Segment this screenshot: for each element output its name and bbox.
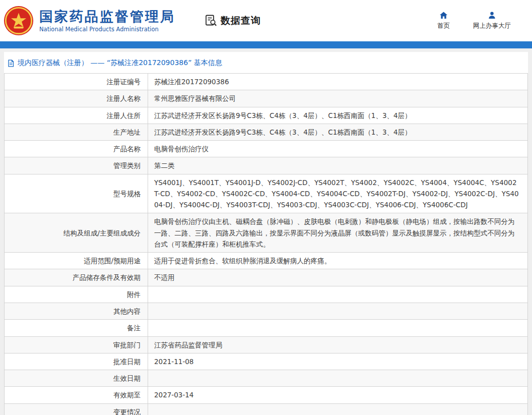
- document-icon: [7, 60, 15, 67]
- row-label: 有效期至: [5, 387, 148, 403]
- data-query-label: 数据查询: [221, 14, 261, 27]
- row-label: 批准日期: [5, 353, 148, 370]
- nav-home[interactable]: 首页: [437, 11, 450, 30]
- row-value: 江苏武进经济开发区长扬路9号C3栋、C4栋（3、4层）、C1栋西南面（1、3、4…: [148, 124, 528, 140]
- table-row: 注册证编号 苏械注准20172090386: [5, 74, 528, 90]
- home-icon: [439, 11, 448, 20]
- org-name-en: National Medical Products Administration: [39, 26, 175, 33]
- site-header: 国家药品监督管理局 National Medical Products Admi…: [0, 0, 532, 41]
- national-emblem-icon: [3, 5, 34, 36]
- row-value: 适用于促进骨折愈合、软组织肿胀消退及缓解病人的疼痛。: [148, 253, 528, 269]
- row-value: 电脑骨创伤治疗仪: [148, 141, 528, 157]
- table-row: 产品名称 电脑骨创伤治疗仪: [5, 141, 528, 157]
- row-value: [148, 370, 528, 387]
- table-row: 适用范围/预期用途 适用于促进骨折愈合、软组织肿胀消退及缓解病人的疼痛。: [5, 253, 528, 269]
- top-nav: 首页 网上办事大厅: [437, 11, 525, 30]
- table-row: 备注: [5, 320, 528, 336]
- row-value: 江苏省药品监督管理局: [148, 336, 528, 353]
- info-table-body: 注册证编号 苏械注准20172090386 注册人名称 常州思雅医疗器械有限公司…: [5, 74, 528, 415]
- table-row: 管理类别 第二类: [5, 157, 528, 174]
- org-title-block: 国家药品监督管理局 National Medical Products Admi…: [39, 9, 175, 33]
- table-row: 型号规格 YS4001J、YS4001T、YS4001J-D、YS4002J-C…: [5, 174, 528, 213]
- row-label: 生产地址: [5, 124, 148, 140]
- row-label: 其他内容: [5, 303, 148, 319]
- row-value: [148, 403, 528, 415]
- table-row: 批准日期 2021-11-08: [5, 353, 528, 370]
- row-label: 附件: [5, 286, 148, 303]
- row-value: 江苏武进经济开发区长扬路9号C3栋、C4栋（3、4层）、C1栋西南面（1、3、4…: [148, 107, 528, 124]
- row-label: 注册人住所: [5, 107, 148, 124]
- table-row: 产品储存条件及有效期 不适用: [5, 269, 528, 286]
- nav-home-label: 首页: [437, 22, 450, 30]
- row-value: [148, 286, 528, 303]
- row-value: [148, 320, 528, 336]
- table-row: 变更情况: [5, 403, 528, 415]
- row-value: 第二类: [148, 157, 528, 174]
- row-value: [148, 303, 528, 319]
- info-table: 注册证编号 苏械注准20172090386 注册人名称 常州思雅医疗器械有限公司…: [4, 73, 528, 415]
- content-panel: 境内医疗器械（注册） —— “苏械注准20172090386” 基本信息 注册证…: [4, 52, 528, 415]
- table-row: 注册人名称 常州思雅医疗器械有限公司: [5, 90, 528, 107]
- table-row: 审批部门 江苏省药品监督管理局: [5, 336, 528, 353]
- row-label: 注册人名称: [5, 90, 148, 107]
- row-label: 产品储存条件及有效期: [5, 269, 148, 286]
- table-row: 结构及组成/主要组成成分 电脑骨创伤治疗仪由主机、磁耦合盘（脉冲磁）、皮肤电极（…: [5, 213, 528, 253]
- row-value: YS4001J、YS4001T、YS4001J-D、YS4002J-CD、YS4…: [148, 174, 528, 213]
- row-value: 常州思雅医疗器械有限公司: [148, 90, 528, 107]
- row-label: 生效日期: [5, 370, 148, 387]
- row-label: 管理类别: [5, 157, 148, 174]
- table-row: 其他内容: [5, 303, 528, 319]
- row-label: 注册证编号: [5, 74, 148, 90]
- row-value: 电脑骨创伤治疗仪由主机、磁耦合盘（脉冲磁）、皮肤电极（电刺激）和静电极板（静电场…: [148, 213, 528, 253]
- header-divider-bar: [0, 41, 532, 48]
- row-label: 型号规格: [5, 174, 148, 213]
- nav-service-hall-label: 网上办事大厅: [473, 22, 511, 30]
- table-row: 生效日期: [5, 370, 528, 387]
- data-query-section: 数据查询: [205, 14, 261, 27]
- table-row: 生产地址 江苏武进经济开发区长扬路9号C3栋、C4栋（3、4层）、C1栋西南面（…: [5, 124, 528, 140]
- breadcrumb-text: 境内医疗器械（注册） —— “苏械注准20172090386” 基本信息: [18, 58, 222, 68]
- row-label: 审批部门: [5, 336, 148, 353]
- data-query-icon: [205, 14, 218, 27]
- nav-service-hall[interactable]: 网上办事大厅: [473, 11, 511, 30]
- breadcrumb: 境内医疗器械（注册） —— “苏械注准20172090386” 基本信息: [4, 52, 528, 73]
- row-value: 苏械注准20172090386: [148, 74, 528, 90]
- row-label: 适用范围/预期用途: [5, 253, 148, 269]
- table-row: 注册人住所 江苏武进经济开发区长扬路9号C3栋、C4栋（3、4层）、C1栋西南面…: [5, 107, 528, 124]
- person-icon: [488, 11, 496, 20]
- row-label: 结构及组成/主要组成成分: [5, 213, 148, 253]
- org-name-cn: 国家药品监督管理局: [39, 9, 175, 25]
- row-value: 不适用: [148, 269, 528, 286]
- row-value: 2021-11-08: [148, 353, 528, 370]
- row-label: 备注: [5, 320, 148, 336]
- row-label: 产品名称: [5, 141, 148, 157]
- page: 国家药品监督管理局 National Medical Products Admi…: [0, 0, 532, 415]
- row-value: 2027-03-14: [148, 387, 528, 403]
- row-label: 变更情况: [5, 403, 148, 415]
- table-row: 有效期至 2027-03-14: [5, 387, 528, 403]
- table-row: 附件: [5, 286, 528, 303]
